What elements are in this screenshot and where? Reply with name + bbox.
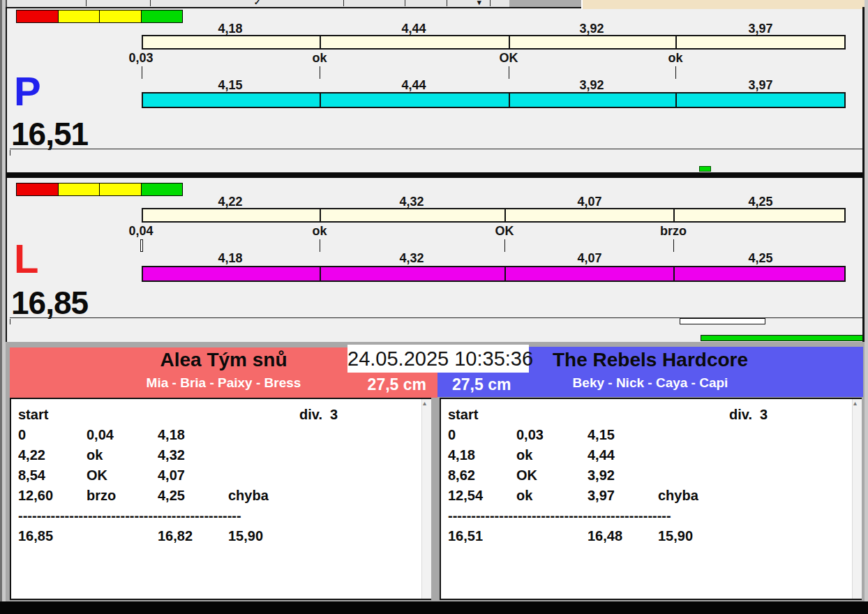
cell: OK <box>516 465 537 486</box>
lane-divider <box>0 172 868 178</box>
status-indicator-white <box>680 318 765 324</box>
table-separator: ----------------------------------------… <box>448 506 671 526</box>
split-value: 4,15 <box>218 79 242 91</box>
cell-error: chyba <box>228 486 269 506</box>
table-header-div: div. 3 <box>729 405 768 425</box>
total-record: 15,90 <box>228 526 263 546</box>
cell: 4,22 <box>18 445 45 465</box>
traffic-cell-yellow <box>100 184 142 195</box>
table-header-div: div. 3 <box>299 405 338 425</box>
status-label: ok <box>312 225 327 237</box>
bar-divider <box>320 209 321 221</box>
status-label: 0,03 <box>128 52 153 64</box>
lane-p-total-time: 16,51 <box>11 119 88 149</box>
traffic-light-bar <box>16 10 183 23</box>
bar-divider <box>675 93 677 107</box>
team-right-results-table: start div. 3 0 0,03 4,15 4,18 ok 4,44 8,… <box>440 398 862 600</box>
status-label: OK <box>500 52 518 64</box>
separator-line <box>10 149 862 149</box>
table-header-start: start <box>448 405 478 425</box>
scroll-up-icon[interactable]: ▴ <box>853 400 857 407</box>
traffic-cell-green <box>142 184 183 195</box>
total-net: 16,82 <box>158 526 193 546</box>
panel-top-border <box>6 7 581 8</box>
cell: 4,44 <box>588 445 615 465</box>
split-value: 4,32 <box>399 195 424 208</box>
lane-p-progress-bar <box>142 92 846 108</box>
cell: 0,04 <box>87 425 114 445</box>
cell: ok <box>87 445 103 465</box>
lane-l-progress-bar <box>142 266 846 282</box>
team-left-scrollbar[interactable]: ▴ <box>421 399 431 599</box>
cell: 3,97 <box>588 486 615 506</box>
bar-divider <box>320 267 321 280</box>
cell: 12,60 <box>18 486 53 506</box>
bar-divider <box>673 209 675 221</box>
lane-l-total-time: 16,85 <box>11 287 88 318</box>
status-label: brzo <box>660 225 687 237</box>
window-border-left <box>0 0 6 601</box>
lane-p-letter: P <box>14 72 41 111</box>
team-left-height: 27,5 cm <box>368 375 426 394</box>
ruler-tick <box>10 150 10 156</box>
split-bar <box>142 35 846 50</box>
status-label: ok <box>312 52 327 64</box>
bar-divider <box>320 36 321 48</box>
cell: 4,18 <box>158 425 185 445</box>
ruler-tick <box>504 239 505 252</box>
top-toolbar-sliver[interactable]: ✓ ▾ <box>0 0 868 7</box>
traffic-light-bar <box>16 183 183 196</box>
toolbar-divider <box>86 0 87 6</box>
traffic-cell-red <box>17 184 59 195</box>
total-time: 16,85 <box>18 526 53 546</box>
cell: 4,32 <box>158 445 185 465</box>
toolbar-segment <box>509 0 581 7</box>
ruler-tick <box>673 239 674 252</box>
lane-l-letter: L <box>14 239 38 278</box>
status-label: ok <box>668 52 682 64</box>
scroll-up-icon[interactable]: ▴ <box>423 400 426 407</box>
split-value: 4,25 <box>748 195 772 208</box>
ruler-tick <box>10 319 10 324</box>
status-indicator-green-bar <box>701 335 863 341</box>
toolbar-divider <box>490 0 491 6</box>
bar-divider <box>504 209 506 221</box>
cell: 8,54 <box>18 465 45 486</box>
cell: 4,15 <box>588 425 615 445</box>
cell: 3,92 <box>588 465 615 486</box>
datetime-display: 24.05.2025 10:35:36 <box>347 345 529 373</box>
split-value: 3,97 <box>748 79 772 91</box>
timing-app-window: ✓ ▾ 4,18 4,44 3,92 3,97 0,03 ok OK ok <box>0 0 868 614</box>
total-net: 16,48 <box>588 526 622 546</box>
cell: brzo <box>87 486 116 506</box>
traffic-cell-yellow <box>59 184 100 195</box>
toolbar-tan-panel <box>581 0 865 9</box>
window-border-right <box>865 0 868 601</box>
ruler-tick <box>509 66 509 79</box>
split-value: 3,97 <box>748 22 772 35</box>
window-bottom-bar <box>0 601 868 614</box>
toolbar-divider <box>150 0 151 6</box>
cell: 0 <box>18 425 26 445</box>
toolbar-divider <box>447 0 447 6</box>
ruler-tick <box>320 66 320 79</box>
bar-divider <box>320 93 321 107</box>
cell: 0,03 <box>516 425 544 445</box>
cell: 8,62 <box>448 465 475 486</box>
chevron-down-icon[interactable]: ▾ <box>477 0 481 6</box>
split-value: 4,07 <box>577 195 601 208</box>
total-time: 16,51 <box>448 526 483 546</box>
team-right-scrollbar[interactable]: ▴ <box>852 399 862 599</box>
bar-divider <box>509 36 510 48</box>
check-icon: ✓ <box>254 0 260 6</box>
ruler-tick-double <box>140 239 143 252</box>
split-value: 3,92 <box>579 79 604 91</box>
cell: 4,25 <box>158 486 185 506</box>
split-value: 4,44 <box>401 79 426 91</box>
traffic-cell-yellow <box>100 10 142 22</box>
split-value: 4,44 <box>401 22 426 35</box>
ruler-tick <box>675 66 676 79</box>
cell: ok <box>516 445 532 465</box>
status-label: OK <box>495 225 514 237</box>
cell: OK <box>87 465 107 486</box>
